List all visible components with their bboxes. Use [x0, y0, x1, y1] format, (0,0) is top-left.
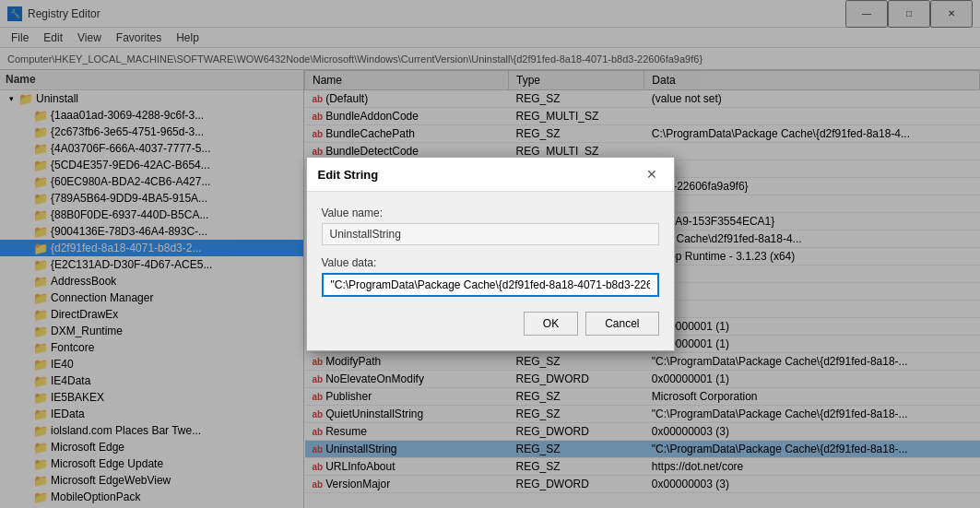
dialog-buttons: OK Cancel	[322, 312, 659, 336]
dialog-overlay[interactable]: Edit String ✕ Value name: UninstallStrin…	[0, 0, 980, 508]
value-name-display: UninstallString	[322, 223, 659, 245]
dialog-body: Value name: UninstallString Value data: …	[307, 192, 674, 350]
ok-button[interactable]: OK	[524, 312, 578, 336]
dialog-close-button[interactable]: ✕	[641, 165, 663, 183]
edit-string-dialog: Edit String ✕ Value name: UninstallStrin…	[306, 157, 675, 351]
dialog-title-text: Edit String	[318, 168, 379, 182]
value-data-label: Value data:	[322, 256, 659, 269]
value-name-label: Value name:	[322, 207, 659, 219]
value-data-input[interactable]	[322, 273, 659, 297]
cancel-button[interactable]: Cancel	[585, 312, 658, 336]
dialog-title-bar: Edit String ✕	[307, 158, 674, 192]
